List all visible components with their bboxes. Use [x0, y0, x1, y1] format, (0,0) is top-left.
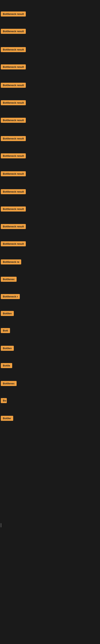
- bottleneck-badge[interactable]: Bottlenec: [1, 381, 17, 386]
- bottleneck-badge[interactable]: Bottleneck r: [1, 294, 20, 299]
- bottleneck-badge[interactable]: Bo: [1, 398, 7, 403]
- list-item[interactable]: Bottleneck re: [1, 260, 21, 265]
- bottleneck-badge[interactable]: Bott: [1, 328, 10, 333]
- bottleneck-badge[interactable]: Bottleneck result: [1, 47, 26, 52]
- list-item[interactable]: Bottlenec: [1, 277, 17, 282]
- list-item[interactable]: Bottleneck result: [1, 12, 26, 17]
- list-item[interactable]: Bottleneck result: [1, 153, 26, 159]
- list-item[interactable]: Bottler: [1, 416, 13, 422]
- bottleneck-badge[interactable]: Bottlen: [1, 311, 14, 316]
- list-item[interactable]: Bottleneck result: [1, 241, 26, 247]
- bottleneck-badge[interactable]: Bottlen: [1, 346, 14, 351]
- list-item[interactable]: Bottleneck result: [1, 47, 26, 53]
- list-item[interactable]: Bottlenec: [1, 381, 17, 387]
- bottleneck-badge[interactable]: Bottleneck result: [1, 241, 26, 246]
- list-item[interactable]: Bottleneck result: [1, 189, 26, 195]
- bottleneck-badge[interactable]: Bottleneck re: [1, 260, 21, 264]
- bottleneck-badge[interactable]: Bottleneck result: [1, 64, 26, 70]
- bottleneck-badge[interactable]: Bottleneck result: [1, 29, 26, 34]
- site-title: [0, 0, 100, 3]
- list-item[interactable]: Bottleneck result: [1, 100, 26, 106]
- bottleneck-badge[interactable]: Bottleneck result: [1, 118, 26, 123]
- bottleneck-badge[interactable]: Bottleneck result: [1, 153, 26, 158]
- bottleneck-badge[interactable]: Bottleneck result: [1, 12, 26, 16]
- list-item[interactable]: Bottleneck result: [1, 83, 26, 88]
- list-item[interactable]: Bottleneck r: [1, 294, 20, 300]
- list-item[interactable]: Bottleneck result: [1, 206, 26, 212]
- list-item[interactable]: Bottleneck result: [1, 118, 26, 124]
- bottleneck-badge[interactable]: Bottleneck result: [1, 100, 26, 105]
- bottleneck-badge[interactable]: Bottleneck result: [1, 189, 26, 194]
- bottleneck-badge[interactable]: Bottleneck result: [1, 206, 26, 212]
- list-item[interactable]: Bottlen: [1, 346, 14, 352]
- bottleneck-badge[interactable]: Bottlenec: [1, 277, 17, 282]
- list-item[interactable]: Bottle: [1, 363, 12, 369]
- cursor-indicator: [1, 523, 1, 527]
- bottleneck-badge[interactable]: Bottleneck result: [1, 171, 26, 176]
- list-item[interactable]: Bottleneck result: [1, 136, 26, 142]
- list-item[interactable]: Bott: [1, 328, 10, 334]
- list-item[interactable]: Bottleneck result: [1, 171, 26, 177]
- list-item[interactable]: Bottlen: [1, 311, 14, 317]
- list-item[interactable]: Bottleneck result: [1, 64, 26, 70]
- bottleneck-badge[interactable]: Bottle: [1, 363, 12, 368]
- page-container: Bottleneck resultBottleneck resultBottle…: [0, 0, 100, 644]
- bottleneck-badge[interactable]: Bottler: [1, 416, 13, 421]
- list-item[interactable]: Bottleneck result: [1, 29, 26, 34]
- bottleneck-badge[interactable]: Bottleneck result: [1, 136, 26, 141]
- bottleneck-badge[interactable]: Bottleneck result: [1, 83, 26, 88]
- list-item[interactable]: Bottleneck result: [1, 224, 26, 230]
- bottleneck-badge[interactable]: Bottleneck result: [1, 224, 26, 229]
- list-item[interactable]: Bo: [1, 398, 7, 404]
